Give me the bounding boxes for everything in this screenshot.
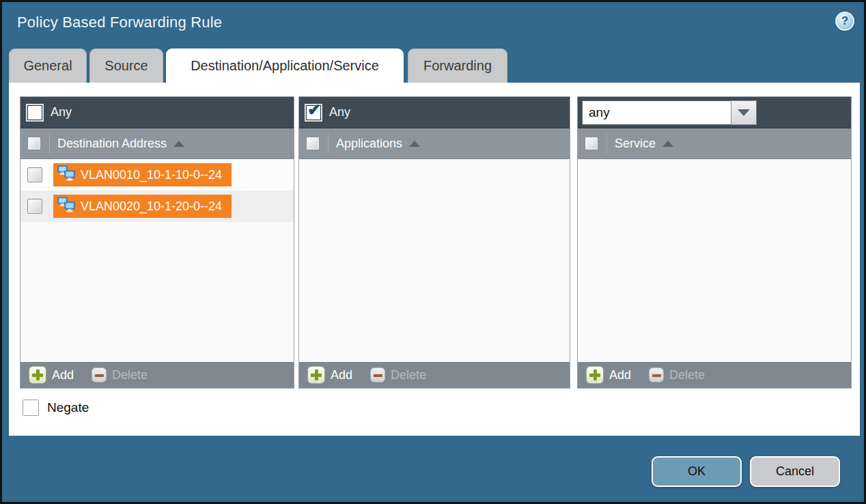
tab-content-panel: Any Destination Address (9, 83, 860, 436)
destination-any-label: Any (51, 105, 72, 120)
sort-ascending-icon (409, 141, 420, 147)
row-checkbox[interactable] (27, 167, 42, 182)
network-address-icon (57, 165, 75, 185)
destination-select-all-checkbox[interactable] (27, 137, 41, 150)
destination-address-header-label: Destination Address (57, 137, 167, 151)
service-select-all-checkbox[interactable] (585, 137, 598, 150)
sort-ascending-icon (173, 141, 184, 147)
address-object-label: VLAN0010_10-1-10-0--24 (81, 168, 222, 182)
tab-source[interactable]: Source (89, 48, 163, 83)
service-header[interactable]: Service (578, 128, 851, 159)
service-column: Service Add Delete (577, 96, 852, 389)
destination-row[interactable]: VLAN0020_10-1-20-0--24 (20, 191, 294, 222)
service-dropdown-bar (578, 97, 851, 128)
delete-label: Delete (391, 368, 426, 382)
address-object-label: VLAN0020_10-1-20-0--24 (81, 199, 222, 214)
delete-minus-icon (649, 367, 664, 382)
delete-minus-icon (92, 367, 107, 382)
address-object-chip[interactable]: VLAN0010_10-1-10-0--24 (53, 163, 232, 186)
negate-label: Negate (47, 400, 89, 415)
service-dropdown-button[interactable] (731, 100, 757, 125)
destination-address-list: VLAN0010_10-1-10-0--24 (20, 159, 294, 362)
destination-footer-bar: Add Delete (20, 362, 294, 388)
policy-forwarding-dialog: Policy Based Forwarding Rule ? General S… (0, 0, 866, 504)
service-header-label: Service (615, 137, 656, 151)
checkmark-icon: ✔ (307, 102, 321, 118)
applications-column: ✔ Any Applications Add Delete (298, 96, 570, 389)
destination-any-checkbox[interactable] (27, 105, 42, 120)
header-divider (328, 134, 329, 154)
applications-list (299, 159, 570, 362)
negate-option[interactable]: Negate (23, 400, 89, 416)
tab-bar: General Source Destination/Application/S… (9, 48, 510, 83)
add-plus-icon (586, 366, 604, 384)
add-label: Add (331, 368, 352, 382)
add-plus-icon (29, 366, 46, 384)
chevron-down-icon (738, 109, 750, 116)
header-divider (606, 134, 607, 154)
add-plus-icon (307, 366, 325, 384)
applications-any-label: Any (329, 105, 350, 120)
delete-minus-icon (370, 367, 385, 382)
row-checkbox[interactable] (27, 199, 42, 214)
tab-destination-application-service[interactable]: Destination/Application/Service (166, 48, 404, 83)
destination-address-header[interactable]: Destination Address (20, 128, 294, 159)
tab-forwarding[interactable]: Forwarding (408, 48, 507, 83)
add-service-button[interactable]: Add (586, 366, 631, 384)
destination-address-column: Any Destination Address (20, 96, 294, 389)
delete-label: Delete (112, 368, 148, 382)
applications-header-label: Applications (336, 137, 402, 151)
add-label: Add (609, 368, 631, 382)
negate-checkbox[interactable] (23, 400, 39, 416)
destination-any-bar: Any (20, 97, 294, 128)
ok-button[interactable]: OK (652, 456, 742, 487)
service-dropdown (582, 100, 757, 125)
delete-application-button[interactable]: Delete (370, 367, 426, 382)
applications-any-bar: ✔ Any (299, 97, 570, 128)
delete-service-button[interactable]: Delete (649, 367, 705, 382)
dialog-title: Policy Based Forwarding Rule (17, 14, 222, 31)
address-object-chip[interactable]: VLAN0020_10-1-20-0--24 (53, 195, 232, 218)
delete-destination-button[interactable]: Delete (92, 367, 148, 382)
network-address-icon (57, 197, 75, 216)
add-label: Add (52, 368, 74, 382)
tab-general[interactable]: General (9, 48, 87, 83)
service-footer-bar: Add Delete (578, 362, 851, 388)
add-destination-button[interactable]: Add (29, 366, 74, 384)
service-dropdown-input[interactable] (582, 100, 731, 125)
help-icon[interactable]: ? (835, 12, 854, 31)
sort-ascending-icon (662, 141, 673, 147)
delete-label: Delete (669, 368, 705, 382)
applications-footer-bar: Add Delete (299, 362, 570, 388)
add-application-button[interactable]: Add (307, 366, 352, 384)
header-divider (49, 134, 50, 154)
applications-select-all-checkbox[interactable] (306, 137, 320, 150)
applications-any-checkbox[interactable]: ✔ (306, 105, 321, 120)
destination-row[interactable]: VLAN0010_10-1-10-0--24 (20, 159, 294, 191)
cancel-button[interactable]: Cancel (750, 456, 840, 487)
service-list (578, 159, 851, 362)
applications-header[interactable]: Applications (299, 128, 570, 159)
